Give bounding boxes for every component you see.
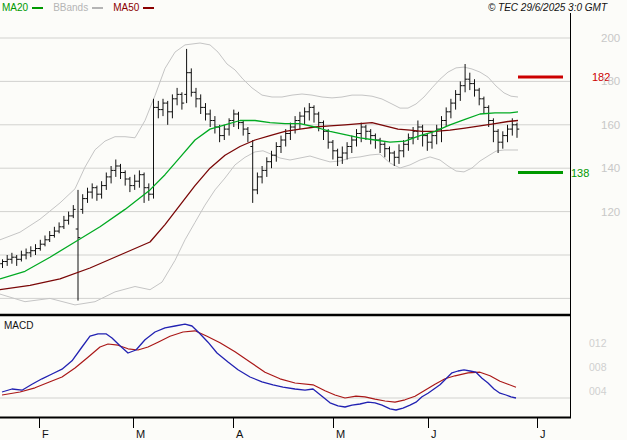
stock-chart: 182138200180160140120FMAMJJ012008004 bbox=[0, 0, 627, 440]
x-axis-label: A bbox=[236, 428, 244, 440]
x-axis-label: J bbox=[431, 428, 437, 440]
y-axis-label: 120 bbox=[601, 206, 620, 218]
level-label: 138 bbox=[571, 167, 589, 179]
macd-axis-label: 008 bbox=[589, 361, 607, 373]
macd-line bbox=[2, 324, 516, 410]
x-axis-label: J bbox=[540, 428, 546, 440]
y-axis-label: 200 bbox=[601, 32, 620, 44]
macd-axis-label: 012 bbox=[589, 337, 607, 349]
macd-signal-line bbox=[2, 331, 516, 402]
y-axis-label: 140 bbox=[601, 162, 620, 174]
y-axis-label: 160 bbox=[601, 119, 620, 131]
candlestick-series bbox=[0, 49, 519, 301]
macd-axis-label: 004 bbox=[589, 385, 607, 397]
x-axis-label: M bbox=[336, 428, 345, 440]
x-axis-label: M bbox=[136, 428, 145, 440]
y-axis-label: 180 bbox=[601, 75, 620, 87]
x-axis-label: F bbox=[42, 428, 49, 440]
